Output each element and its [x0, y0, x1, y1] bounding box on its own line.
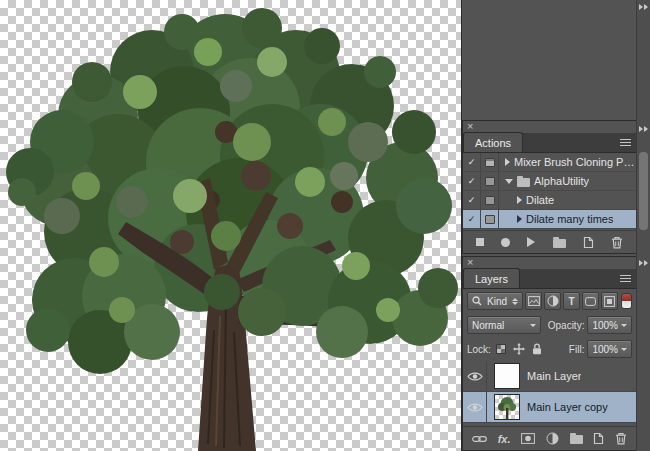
- blend-mode-dropdown[interactable]: Normal: [467, 316, 541, 334]
- modal-control-cell[interactable]: [481, 210, 499, 228]
- action-checkmark[interactable]: ✓: [463, 153, 481, 171]
- filter-type-layers-button[interactable]: T: [563, 292, 580, 310]
- layer-filter-row: Kind T: [463, 289, 636, 313]
- filter-pixel-layers-button[interactable]: [525, 292, 542, 310]
- lock-all-button[interactable]: [530, 342, 545, 357]
- close-icon[interactable]: ×: [467, 256, 473, 268]
- new-action-button[interactable]: [583, 236, 594, 249]
- collapse-actions-panel-icon[interactable]: [639, 126, 648, 132]
- action-checkmark[interactable]: ✓: [463, 191, 481, 209]
- modal-control-cell[interactable]: [481, 191, 499, 209]
- fill-value: 100%: [592, 344, 618, 355]
- actions-panel: × Actions ✓ Mixer Brush Cloning Pai... ✓: [462, 120, 636, 254]
- panel-menu-icon[interactable]: [620, 275, 631, 283]
- tab-actions[interactable]: Actions: [463, 132, 523, 152]
- filter-kind-dropdown[interactable]: Kind: [467, 292, 523, 310]
- type-filter-glyph: T: [568, 296, 574, 307]
- panel-dock: × Actions ✓ Mixer Brush Cloning Pai... ✓: [462, 0, 650, 451]
- document-canvas[interactable]: [0, 0, 462, 451]
- action-label: Dilate many times: [526, 213, 613, 225]
- new-adjustment-layer-button[interactable]: [546, 432, 559, 445]
- fill-dropdown[interactable]: 100%: [587, 340, 632, 358]
- collapse-layers-panel-icon[interactable]: [639, 260, 648, 266]
- modal-control-cell[interactable]: [481, 153, 499, 171]
- action-checkmark[interactable]: ✓: [463, 210, 481, 228]
- chevron-down-icon: [621, 348, 627, 351]
- layer-row-main-layer[interactable]: Main Layer: [463, 361, 636, 392]
- action-checkmark[interactable]: ✓: [463, 172, 481, 190]
- folder-icon: [517, 178, 530, 187]
- fx-icon: fx.: [498, 433, 511, 445]
- play-button[interactable]: [527, 237, 535, 247]
- opacity-dropdown[interactable]: 100%: [587, 316, 632, 334]
- layers-toolbar: fx.: [463, 426, 636, 450]
- lock-row: Lock: Fill: 100%: [463, 337, 636, 361]
- actions-toolbar: [463, 230, 636, 253]
- action-label: Dilate: [526, 194, 554, 206]
- add-layer-mask-button[interactable]: [521, 433, 535, 444]
- layers-panel: × Layers Kind T: [462, 256, 636, 451]
- blend-row: Normal Opacity: 100%: [463, 313, 636, 337]
- stop-button[interactable]: [476, 238, 484, 246]
- modal-toggle-well: [485, 215, 495, 224]
- link-icon: [472, 435, 487, 443]
- layer-name[interactable]: Main Layer: [527, 370, 581, 382]
- layers-list: Main Layer Main Layer copy: [463, 361, 636, 428]
- eye-icon: [467, 371, 483, 382]
- delete-layer-button[interactable]: [615, 432, 627, 445]
- modal-control-cell[interactable]: [481, 172, 499, 190]
- actions-scrollbar-thumb[interactable]: [639, 152, 648, 230]
- collapse-dock-icon[interactable]: [639, 4, 648, 10]
- new-set-button[interactable]: [553, 237, 566, 248]
- layer-filter-toggle[interactable]: [621, 293, 632, 309]
- visibility-toggle[interactable]: [463, 361, 487, 391]
- disclosure-triangle-icon[interactable]: [517, 215, 522, 223]
- layer-name[interactable]: Main Layer copy: [527, 401, 608, 413]
- trash-icon: [611, 236, 623, 249]
- link-layers-button[interactable]: [472, 435, 487, 443]
- shape-icon: [585, 297, 596, 306]
- record-button[interactable]: [501, 238, 510, 247]
- new-page-icon: [583, 236, 594, 249]
- disclosure-triangle-icon[interactable]: [505, 179, 513, 184]
- action-row-dilate-many-times[interactable]: ✓ Dilate many times: [463, 210, 636, 229]
- action-set-label: AlphaUtility: [534, 175, 589, 187]
- close-icon[interactable]: ×: [467, 120, 473, 132]
- new-layer-button[interactable]: [593, 432, 604, 445]
- lock-label: Lock:: [467, 344, 491, 355]
- filter-smart-objects-button[interactable]: [601, 292, 618, 310]
- opacity-label: Opacity:: [548, 320, 585, 331]
- chevron-down-icon: [621, 324, 627, 327]
- action-row-mixer-brush[interactable]: ✓ Mixer Brush Cloning Pai...: [463, 153, 636, 172]
- layers-tabstrip: Layers: [463, 269, 636, 289]
- visibility-toggle[interactable]: [463, 392, 487, 422]
- action-set-row-alphautility[interactable]: ✓ AlphaUtility: [463, 172, 636, 191]
- trash-icon: [615, 432, 627, 445]
- filter-adjustment-layers-button[interactable]: [544, 292, 561, 310]
- layer-thumbnail[interactable]: [494, 394, 520, 420]
- delete-action-button[interactable]: [611, 236, 623, 249]
- action-row-dilate[interactable]: ✓ Dilate: [463, 191, 636, 210]
- filter-shape-layers-button[interactable]: [582, 292, 599, 310]
- actions-list: ✓ Mixer Brush Cloning Pai... ✓ AlphaUtil…: [463, 153, 636, 229]
- eye-icon: [467, 402, 483, 413]
- actions-tabstrip: Actions: [463, 133, 636, 153]
- disclosure-triangle-icon[interactable]: [517, 196, 522, 204]
- new-group-button[interactable]: [570, 433, 583, 444]
- layer-style-button[interactable]: fx.: [498, 433, 511, 445]
- tree-artwork: [0, 0, 462, 451]
- lock-position-button[interactable]: [512, 342, 527, 357]
- chevron-down-icon: [530, 324, 536, 327]
- photoshop-window: × Actions ✓ Mixer Brush Cloning Pai... ✓: [0, 0, 650, 451]
- tab-layers[interactable]: Layers: [463, 268, 520, 288]
- move-cross-icon: [513, 343, 525, 355]
- tree-thumbnail-art: [495, 395, 519, 419]
- spinner-arrows-icon: [512, 298, 518, 305]
- disclosure-triangle-icon[interactable]: [505, 158, 510, 166]
- action-label: Mixer Brush Cloning Pai...: [514, 156, 636, 168]
- filter-kind-label: Kind: [487, 296, 507, 307]
- lock-transparent-pixels-button[interactable]: [494, 342, 509, 357]
- layer-thumbnail[interactable]: [494, 363, 520, 389]
- panel-menu-icon[interactable]: [620, 139, 631, 147]
- layer-row-main-layer-copy[interactable]: Main Layer copy: [463, 392, 636, 423]
